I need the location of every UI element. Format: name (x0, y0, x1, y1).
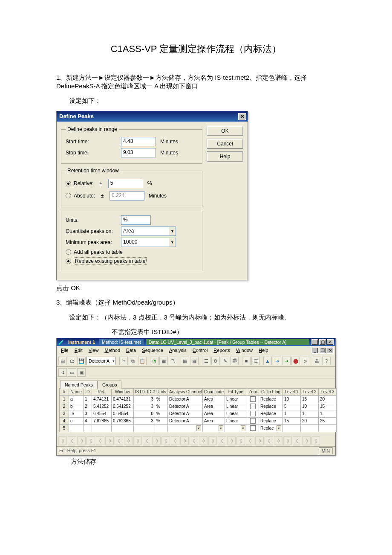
integrate-icon[interactable]: ✎ (221, 357, 229, 365)
replace-radio[interactable]: Replace existing peaks in table (66, 257, 198, 265)
tool-a-icon[interactable]: ↯ (58, 368, 67, 377)
cell[interactable]: 3 (134, 395, 155, 403)
cancel-button[interactable]: Cancel (207, 139, 243, 149)
cell[interactable] (247, 403, 259, 410)
cell[interactable] (134, 424, 155, 432)
dialog-titlebar[interactable]: Define Peaks ✕ (57, 111, 248, 122)
next-icon[interactable]: ➔ (273, 357, 281, 365)
calibrate-icon[interactable]: ⚙ (211, 357, 220, 365)
cell[interactable]: Detector A (168, 395, 203, 403)
quantitate-combo[interactable]: Area ▾ (121, 227, 176, 236)
col-header[interactable]: ID (84, 389, 92, 396)
chevron-down-icon[interactable]: ▾ (277, 425, 281, 431)
app-titlebar[interactable]: 🧪 Instrument 1 Method: IS-test.met Data:… (57, 338, 335, 346)
cell[interactable]: Linear (225, 395, 247, 403)
cut-icon[interactable]: ✂ (119, 357, 128, 365)
cell[interactable]: Replace (259, 410, 283, 417)
menu-method[interactable]: Method (102, 347, 123, 354)
cell[interactable]: Replace (259, 403, 283, 410)
cell[interactable]: % (155, 417, 168, 424)
col-header[interactable]: Calib Flag (259, 389, 283, 396)
add-all-radio[interactable]: Add all peaks to table (66, 249, 198, 256)
cell[interactable]: c (69, 417, 84, 424)
cell[interactable]: Detector A (168, 403, 203, 410)
relative-radio[interactable]: Relative: (66, 180, 94, 187)
cell[interactable]: 1 (84, 395, 92, 403)
copy-icon[interactable]: ⧉ (129, 357, 137, 365)
tab-named-peaks[interactable]: Named Peaks (60, 381, 98, 389)
cell[interactable]: Linear (225, 417, 247, 424)
cell[interactable] (247, 410, 259, 417)
cell[interactable]: 4.74131 (92, 395, 112, 403)
cell[interactable] (112, 424, 134, 432)
table-row[interactable]: 4c47.828650.7828653%Detector AAreaLinear… (60, 417, 337, 424)
cell[interactable] (247, 395, 259, 403)
cell[interactable]: 0 (134, 410, 155, 417)
cell[interactable] (319, 424, 337, 432)
detector-select[interactable]: Detector A (86, 357, 116, 365)
stop-icon[interactable]: ■ (242, 357, 251, 365)
close-icon[interactable]: ✕ (327, 339, 334, 345)
cell[interactable]: 10 (301, 403, 319, 410)
minimize-icon[interactable]: _ (311, 339, 318, 345)
cell[interactable]: 3 (134, 403, 155, 410)
cell[interactable]: Area (203, 417, 225, 424)
col-header[interactable]: Level 3 (319, 389, 337, 396)
cell[interactable]: 2 (60, 403, 69, 410)
cell[interactable] (92, 424, 112, 432)
cell[interactable] (247, 417, 259, 424)
table-row[interactable]: 2b25.412520.5412523%Detector AAreaLinear… (60, 403, 337, 410)
cell[interactable]: 0.541252 (112, 403, 134, 410)
cell[interactable]: 0.474131 (112, 395, 134, 403)
col-header[interactable]: Units (155, 389, 168, 396)
cell[interactable]: 1 (301, 410, 319, 417)
menu-sequence[interactable]: Sequence (139, 347, 166, 354)
prev-icon[interactable]: ➔ (282, 357, 291, 365)
cell[interactable]: 1 (60, 395, 69, 403)
cell[interactable]: Detector A (168, 417, 203, 424)
chromatogram-icon[interactable]: 〽 (169, 357, 177, 365)
child-close-icon[interactable]: ✕ (327, 348, 334, 354)
record-icon[interactable]: ⬤ (291, 357, 300, 365)
cell[interactable]: 1 (283, 410, 301, 417)
col-header[interactable]: Analysis Channel (168, 389, 203, 396)
col-header[interactable]: # (60, 389, 69, 396)
cell[interactable]: 3 (60, 410, 69, 417)
open-icon[interactable]: 🗁 (68, 357, 76, 365)
paste-icon[interactable]: 📋 (138, 357, 147, 365)
col-header[interactable]: ISTD. ID # (134, 389, 155, 396)
peak-up-icon[interactable]: ▲ (263, 357, 272, 365)
monitor-icon[interactable]: 🖵 (251, 357, 260, 365)
analyze-icon[interactable]: ◔ (150, 357, 159, 365)
maximize-icon[interactable]: ▢ (319, 339, 326, 345)
report-icon[interactable]: 🗐 (230, 357, 239, 365)
cell[interactable]: % (155, 395, 168, 403)
cell[interactable]: Area (203, 410, 225, 417)
chevron-down-icon[interactable]: ▾ (196, 425, 201, 431)
new-icon[interactable]: ▤ (58, 357, 67, 365)
col-header[interactable]: Ret. (92, 389, 112, 396)
menu-edit[interactable]: Edit (72, 347, 85, 354)
cell[interactable]: a (69, 395, 84, 403)
cell[interactable]: 6.4554 (92, 410, 112, 417)
menu-help[interactable]: Help (256, 347, 271, 354)
table-icon[interactable]: ▦ (181, 357, 189, 365)
cell[interactable]: 4 (84, 417, 92, 424)
cell[interactable]: ▾ (225, 424, 247, 432)
cell[interactable]: Detector A (168, 410, 203, 417)
cell[interactable] (247, 424, 259, 432)
table-row[interactable]: 1a14.741310.4741313%Detector AAreaLinear… (60, 395, 337, 403)
menu-analysis[interactable]: Analysis (167, 347, 189, 354)
child-restore-icon[interactable]: ❐ (319, 348, 326, 354)
cell[interactable] (301, 424, 319, 432)
col-header[interactable]: Window (112, 389, 134, 396)
menu-data[interactable]: Data (124, 347, 138, 354)
cell[interactable]: Linear (225, 410, 247, 417)
cell[interactable]: ▾ (168, 424, 203, 432)
checkbox-icon[interactable] (250, 418, 256, 424)
table-row[interactable]: 3IS36.45540.645540%Detector AAreaLinearR… (60, 410, 337, 417)
col-header[interactable]: Fit Type (225, 389, 247, 396)
cell[interactable]: % (155, 403, 168, 410)
cell[interactable]: 10 (283, 395, 301, 403)
cell[interactable]: Replace (259, 395, 283, 403)
